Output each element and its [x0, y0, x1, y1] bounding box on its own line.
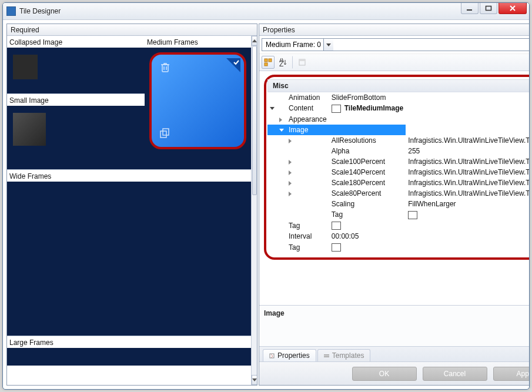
wide-frames-label: Wide Frames — [7, 169, 251, 182]
svg-rect-0 — [467, 9, 472, 11]
trash-icon[interactable] — [160, 62, 170, 75]
titlebar[interactable]: Tile Designer — [3, 3, 529, 20]
svg-rect-13 — [324, 354, 329, 356]
prop-row-tag-outer[interactable]: Tag — [267, 242, 529, 253]
properties-tab-icon — [269, 353, 275, 359]
app-icon — [6, 6, 16, 16]
left-scrollbar[interactable] — [251, 36, 257, 385]
check-icon — [233, 59, 240, 66]
svg-rect-4 — [163, 129, 169, 135]
prop-row-scale180[interactable]: Scale180PercentInfragistics.Win.UltraWin… — [267, 177, 529, 188]
medium-frames-zone[interactable] — [145, 48, 251, 169]
medium-tile[interactable] — [149, 52, 246, 149]
medium-frames-label: Medium Frames — [145, 36, 251, 48]
property-grid: AnimationSlideFromBottom ContentTileMedi… — [267, 92, 529, 253]
properties-pane: Properties Medium Frame: 0 AZ — [259, 24, 529, 386]
small-image-label: Small Image — [7, 93, 145, 106]
apply-button[interactable]: Apply — [493, 367, 529, 381]
tab-templates-label: Templates — [332, 351, 364, 360]
templates-tab-icon — [324, 353, 329, 359]
svg-rect-11 — [299, 59, 305, 61]
required-pane: Required Collapsed Image Small Image — [6, 24, 257, 386]
tab-properties[interactable]: Properties — [263, 349, 316, 361]
small-image-zone[interactable] — [7, 106, 145, 169]
alphabetical-button[interactable]: AZ — [277, 56, 290, 69]
required-header-label: Required — [11, 26, 39, 34]
collapsed-image-label: Collapsed Image — [7, 36, 145, 48]
window-title: Tile Designer — [19, 7, 526, 15]
frame-selector-combo[interactable]: Medium Frame: 0 — [262, 38, 529, 51]
required-header: Required — [7, 24, 257, 36]
collapsed-swatch[interactable] — [13, 55, 38, 79]
prop-row-alpha[interactable]: Alpha255 — [267, 146, 529, 156]
svg-text:Z: Z — [279, 60, 283, 66]
scroll-up-button[interactable] — [252, 36, 257, 46]
prop-row-allresolutions[interactable]: AllResolutionsInfragistics.Win.UltraWinL… — [267, 135, 529, 146]
toolbar-separator — [292, 56, 293, 69]
svg-rect-7 — [265, 63, 267, 66]
description-pane: Image — [259, 305, 529, 346]
dialog-button-row: OK Cancel Apply — [259, 361, 529, 385]
svg-rect-6 — [269, 59, 272, 62]
tile-selected-corner — [226, 58, 240, 72]
properties-header-label: Properties — [263, 26, 295, 34]
prop-row-scaling[interactable]: ScalingFillWhenLarger — [267, 199, 529, 209]
tab-templates[interactable]: Templates — [317, 349, 371, 361]
large-frames-label: Large Frames — [7, 336, 251, 348]
scroll-thumb[interactable] — [252, 46, 257, 195]
categorized-button[interactable] — [262, 56, 275, 69]
svg-rect-2 — [162, 65, 168, 72]
ok-button[interactable]: OK — [352, 367, 417, 381]
prop-row-image[interactable]: Image — [267, 125, 529, 135]
prop-row-animation[interactable]: AnimationSlideFromBottom — [267, 92, 529, 103]
svg-rect-1 — [486, 6, 491, 10]
prop-row-tag-inner[interactable]: Tag — [267, 209, 529, 220]
large-frames-zone[interactable] — [7, 348, 251, 366]
properties-header: Properties — [259, 24, 529, 36]
description-title: Image — [264, 309, 529, 317]
property-grid-highlight: Misc AnimationSlideFromBottom ContentTil… — [264, 75, 529, 260]
category-misc[interactable]: Misc — [267, 79, 529, 92]
small-swatch[interactable] — [13, 113, 46, 146]
prop-row-scale80[interactable]: Scale80PercentInfragistics.Win.UltraWinL… — [267, 188, 529, 199]
scroll-track[interactable] — [252, 46, 257, 375]
prop-row-appearance[interactable]: Appearance — [267, 114, 529, 125]
prop-row-scale140[interactable]: Scale140PercentInfragistics.Win.UltraWin… — [267, 167, 529, 177]
prop-row-scale100[interactable]: Scale100PercentInfragistics.Win.UltraWin… — [267, 156, 529, 167]
svg-rect-5 — [265, 59, 267, 62]
right-tabstrip: Properties Templates — [259, 346, 529, 361]
maximize-button[interactable] — [480, 2, 497, 14]
wide-frames-zone[interactable] — [7, 182, 251, 336]
copy-icon[interactable] — [159, 128, 170, 141]
content-value: TileMediumImage — [344, 104, 403, 112]
properties-toolbar: AZ — [259, 54, 529, 71]
prop-row-content[interactable]: ContentTileMediumImage — [267, 103, 529, 114]
collapsed-image-zone[interactable] — [7, 48, 145, 93]
prop-row-interval[interactable]: Interval00:00:05 — [267, 231, 529, 242]
scroll-down-button[interactable] — [252, 375, 257, 385]
tile-designer-window: Tile Designer Required Collapsed Image — [2, 2, 530, 390]
property-pages-button — [296, 56, 309, 69]
combo-dropdown-button[interactable] — [323, 39, 333, 51]
prop-row-tag-mid[interactable]: Tag — [267, 220, 529, 232]
frame-selector-value: Medium Frame: 0 — [266, 41, 321, 49]
tab-properties-label: Properties — [277, 351, 310, 360]
minimize-button[interactable] — [461, 2, 479, 14]
svg-rect-3 — [160, 131, 166, 138]
cancel-button[interactable]: Cancel — [423, 367, 487, 381]
svg-rect-14 — [324, 356, 329, 357]
close-button[interactable] — [498, 2, 527, 14]
